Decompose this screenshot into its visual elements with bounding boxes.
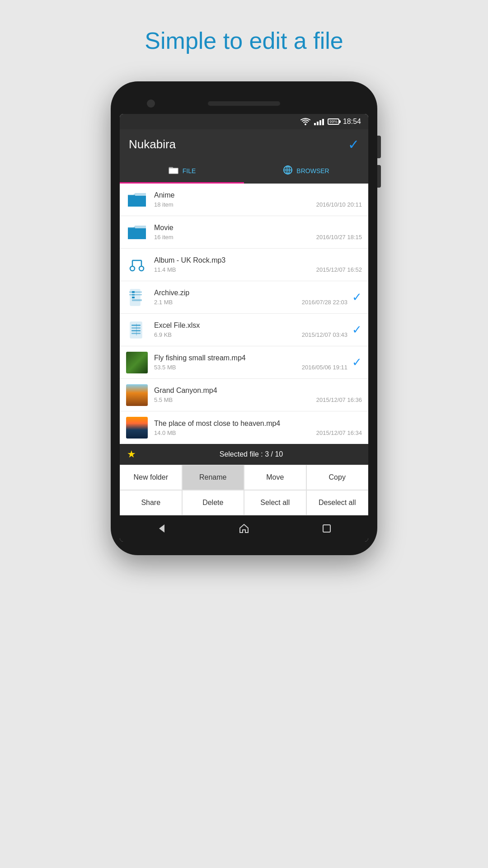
battery-level: 99% (329, 119, 338, 124)
star-icon: ★ (127, 448, 136, 460)
check-icon-zip: ✓ (352, 290, 362, 304)
file-name: Anime (154, 191, 362, 199)
front-camera (147, 99, 155, 108)
file-info-audio: Album - UK Rock.mp3 11.4 MB 2015/12/07 1… (154, 256, 362, 273)
svg-point-5 (130, 266, 135, 271)
list-item[interactable]: The place of most close to heaven.mp4 14… (120, 411, 368, 444)
move-button[interactable]: Move (244, 465, 306, 490)
deselect-all-button[interactable]: Deselect all (306, 490, 369, 515)
check-icon-fishing: ✓ (352, 355, 362, 369)
list-item[interactable]: Anime 18 item 2016/10/10 20:11 (120, 184, 368, 216)
svg-point-6 (139, 266, 144, 271)
page-wrapper: Simple to edit a file (0, 0, 488, 868)
file-name: Excel File.xlsx (154, 321, 347, 330)
file-meta: 16 item 2016/10/27 18:15 (154, 234, 362, 241)
earpiece-speaker (208, 101, 280, 106)
select-all-button[interactable]: Select all (244, 490, 306, 515)
battery-icon: 99% (328, 118, 339, 125)
file-meta: 5.5 MB 2015/12/07 16:36 (154, 396, 362, 403)
phone-shell: 99% 18:54 Nukabira ✓ (111, 81, 377, 555)
action-grid: New folder Rename Move Copy Share Delete… (120, 465, 368, 515)
selected-file-bar: ★ Selected file : 3 / 10 (120, 444, 368, 465)
file-name: Movie (154, 224, 362, 232)
list-item[interactable]: Album - UK Rock.mp3 11.4 MB 2015/12/07 1… (120, 249, 368, 281)
svg-rect-10 (130, 289, 140, 306)
svg-rect-13 (132, 297, 135, 298)
status-bar: 99% 18:54 (120, 114, 368, 129)
phone-top-bezel (120, 95, 368, 114)
browser-tab-icon (283, 165, 293, 177)
tab-bar: FILE BROWSER (120, 160, 368, 184)
check-icon-excel: ✓ (352, 323, 362, 337)
tab-browser[interactable]: BROWSER (244, 160, 368, 182)
recents-button[interactable] (315, 522, 338, 535)
list-item[interactable]: Movie 16 item 2016/10/27 18:15 (120, 216, 368, 249)
list-item[interactable]: Fly fishing small stream.mp4 53.5 MB 201… (120, 346, 368, 379)
app-bar: Nukabira ✓ (120, 129, 368, 160)
delete-button[interactable]: Delete (182, 490, 244, 515)
svg-marker-24 (240, 524, 248, 533)
file-thumb-excel (126, 319, 148, 341)
file-name: Fly fishing small stream.mp4 (154, 354, 347, 362)
rename-button[interactable]: Rename (182, 465, 244, 490)
bottom-navigation (120, 515, 368, 542)
file-thumb-anime (126, 189, 148, 211)
status-icons: 99% 18:54 (300, 118, 361, 126)
svg-point-0 (305, 123, 306, 125)
file-thumb-audio (126, 254, 148, 276)
page-headline: Simple to edit a file (145, 27, 343, 54)
file-info-zip: Archive.zip 2.1 MB 2016/07/28 22:03 (154, 289, 347, 306)
svg-marker-23 (159, 524, 164, 533)
selected-count-text: Selected file : 3 / 10 (141, 450, 361, 458)
file-thumb-movie (126, 222, 148, 243)
svg-rect-18 (131, 325, 141, 326)
file-meta: 14.0 MB 2015/12/07 16:34 (154, 429, 362, 436)
svg-rect-14 (132, 299, 142, 301)
svg-rect-19 (131, 327, 141, 329)
file-tab-icon (168, 165, 179, 176)
confirm-icon[interactable]: ✓ (348, 137, 359, 152)
file-info-anime: Anime 18 item 2016/10/10 20:11 (154, 191, 362, 208)
file-info-heaven: The place of most close to heaven.mp4 14… (154, 420, 362, 436)
file-thumb-canyon (126, 384, 148, 406)
file-meta: 6.9 KB 2015/12/07 03:43 (154, 331, 347, 338)
file-thumb-heaven (126, 417, 148, 439)
status-time: 18:54 (343, 118, 361, 126)
signal-icon (314, 118, 324, 125)
file-thumb-zip (126, 287, 148, 308)
file-meta: 2.1 MB 2016/07/28 22:03 (154, 299, 347, 306)
svg-rect-21 (131, 333, 141, 334)
home-button[interactable] (233, 522, 255, 535)
copy-button[interactable]: Copy (306, 465, 369, 490)
file-name: The place of most close to heaven.mp4 (154, 420, 362, 428)
file-name: Grand Canyon.mp4 (154, 387, 362, 395)
side-button-mid (377, 165, 381, 188)
list-item[interactable]: Archive.zip 2.1 MB 2016/07/28 22:03 ✓ (120, 281, 368, 314)
file-info-fishing: Fly fishing small stream.mp4 53.5 MB 201… (154, 354, 347, 371)
file-name: Album - UK Rock.mp3 (154, 256, 362, 264)
file-meta: 53.5 MB 2016/05/06 19:11 (154, 364, 347, 371)
side-button-top (377, 136, 381, 158)
svg-rect-25 (323, 525, 330, 532)
list-item[interactable]: Grand Canyon.mp4 5.5 MB 2015/12/07 16:36 (120, 379, 368, 411)
file-info-movie: Movie 16 item 2016/10/27 18:15 (154, 224, 362, 241)
file-list: Anime 18 item 2016/10/10 20:11 (120, 184, 368, 444)
tab-file[interactable]: FILE (120, 160, 244, 184)
file-meta: 18 item 2016/10/10 20:11 (154, 201, 362, 208)
phone-screen: 99% 18:54 Nukabira ✓ (120, 114, 368, 542)
file-name: Archive.zip (154, 289, 347, 297)
new-folder-button[interactable]: New folder (120, 465, 182, 490)
file-info-excel: Excel File.xlsx 6.9 KB 2015/12/07 03:43 (154, 321, 347, 338)
svg-rect-20 (131, 330, 141, 331)
file-info-canyon: Grand Canyon.mp4 5.5 MB 2015/12/07 16:36 (154, 387, 362, 403)
file-meta: 11.4 MB 2015/12/07 16:52 (154, 266, 362, 273)
share-button[interactable]: Share (120, 490, 182, 515)
tab-browser-label: BROWSER (296, 167, 329, 175)
tab-file-label: FILE (183, 167, 196, 175)
back-button[interactable] (150, 522, 173, 535)
file-thumb-fishing (126, 352, 148, 373)
app-title: Nukabira (129, 137, 176, 151)
list-item[interactable]: Excel File.xlsx 6.9 KB 2015/12/07 03:43 … (120, 314, 368, 346)
wifi-icon (300, 118, 310, 125)
